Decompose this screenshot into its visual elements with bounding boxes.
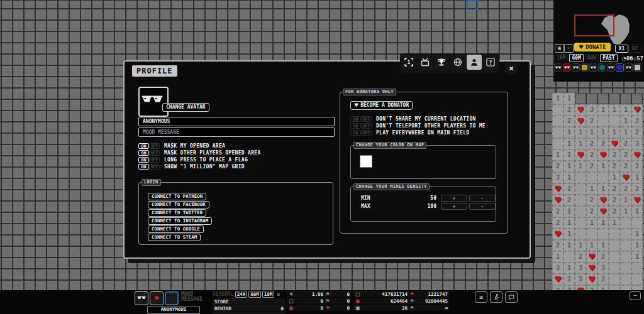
field-cell[interactable] (631, 285, 643, 290)
selected-cell-cursor[interactable] (467, 0, 478, 10)
field-cell[interactable] (631, 274, 643, 285)
field-cell[interactable]: ♥ (631, 195, 643, 206)
decrease-button[interactable]: - (469, 203, 496, 210)
field-cell[interactable] (586, 172, 597, 183)
time-tab-now[interactable]: NOW (585, 54, 599, 62)
field-cell[interactable]: ♥ (586, 274, 597, 285)
field-cell[interactable]: ♥ (552, 183, 564, 195)
field-cell[interactable]: ♥ (575, 116, 586, 127)
field-cell[interactable]: 1 (597, 127, 609, 138)
field-cell[interactable]: 2 (575, 251, 586, 263)
field-cell[interactable]: 2 (609, 149, 620, 161)
menu-button[interactable]: ≡ (475, 291, 487, 303)
field-cell[interactable]: 1 (564, 149, 575, 161)
time-tab-60m[interactable]: 60M (569, 54, 583, 62)
toggle-on-button[interactable]: ON (138, 157, 149, 163)
field-cell[interactable] (609, 229, 620, 240)
dialog-close-button[interactable]: × (506, 63, 517, 74)
field-cell[interactable]: 2 (609, 206, 620, 217)
player-avatar-silver[interactable] (633, 63, 641, 72)
stats-tab-10m[interactable]: 10M (262, 291, 275, 298)
field-cell[interactable] (609, 285, 620, 290)
field-cell[interactable]: 1 (575, 127, 586, 138)
field-cell[interactable]: 2 (609, 183, 620, 195)
field-cell[interactable]: 3 (552, 263, 564, 274)
player-avatar-ball[interactable] (598, 63, 606, 72)
field-cell[interactable]: 2 (586, 285, 597, 290)
field-cell[interactable]: 1 (597, 240, 609, 251)
globe-tab-button[interactable] (450, 55, 465, 70)
toggle-on-button[interactable]: ON (350, 116, 361, 122)
time-tab-past[interactable]: PAST (600, 54, 617, 62)
login-connect-button[interactable]: CONNECT TO PATREON (148, 193, 206, 200)
field-cell[interactable] (620, 274, 631, 285)
field-cell[interactable] (631, 93, 643, 104)
login-connect-button[interactable]: CONNECT TO INSTAGRAM (148, 217, 212, 225)
toggle-on-button[interactable]: ON (138, 150, 149, 156)
toggle-on-button[interactable]: ON (350, 130, 361, 136)
field-cell[interactable]: ♥ (552, 195, 564, 206)
field-cell[interactable]: 2 (586, 138, 597, 149)
field-cell[interactable]: 2 (564, 104, 575, 116)
field-cell[interactable]: 3 (631, 138, 643, 149)
field-cell[interactable]: 2 (620, 138, 631, 149)
field-cell[interactable]: 2 (586, 195, 597, 206)
field-cell[interactable]: 1 (597, 217, 609, 229)
field-cell[interactable]: ♥ (597, 149, 609, 161)
field-cell[interactable]: ♥ (575, 285, 586, 290)
player-name-label[interactable]: ANONYMOUS (147, 306, 200, 314)
field-cell[interactable]: 1 (597, 285, 609, 290)
trophy-tab-button[interactable] (434, 55, 449, 70)
field-cell[interactable]: 1 (564, 172, 575, 183)
field-cell[interactable]: 3 (586, 104, 597, 116)
flag-tool-tile[interactable]: ⚑ (150, 291, 164, 305)
locate-tab-button[interactable]: 1 (401, 55, 416, 70)
field-cell[interactable]: 1 (631, 240, 643, 251)
field-cell[interactable] (620, 229, 631, 240)
field-cell[interactable]: ♥ (597, 206, 609, 217)
field-cell[interactable] (609, 116, 620, 127)
player-avatar-shades-red[interactable] (563, 63, 571, 72)
field-cell[interactable]: 2 (631, 161, 643, 172)
field-cell[interactable]: 1 (575, 138, 586, 149)
field-cell[interactable]: 2 (564, 183, 575, 195)
field-cell[interactable]: 2 (564, 195, 575, 206)
toggle-off-button[interactable]: OFF (149, 150, 160, 156)
player-avatar-shades[interactable] (589, 63, 597, 72)
field-cell[interactable]: ♥ (609, 138, 620, 149)
field-cell[interactable]: ♥ (575, 104, 586, 116)
field-cell[interactable]: 1 (564, 138, 575, 149)
field-cell[interactable] (575, 217, 586, 229)
increase-button[interactable]: + (441, 195, 467, 202)
field-cell[interactable] (552, 127, 564, 138)
field-cell[interactable]: 2 (586, 116, 597, 127)
toggle-off-button[interactable]: OFF (361, 116, 372, 122)
field-cell[interactable]: 2 (586, 206, 597, 217)
player-avatar-gold[interactable] (580, 63, 589, 72)
player-avatar-shades[interactable] (607, 63, 615, 72)
profile-tab-button[interactable] (467, 55, 482, 70)
field-cell[interactable]: 3 (575, 274, 586, 285)
field-cell[interactable] (597, 116, 609, 127)
field-cell[interactable]: 1 (575, 161, 586, 172)
field-cell[interactable]: 3 (597, 263, 609, 274)
field-cell[interactable] (564, 251, 575, 263)
field-cell[interactable] (609, 93, 620, 104)
field-cell[interactable] (597, 172, 609, 183)
field-cell[interactable]: 2 (586, 161, 597, 172)
field-cell[interactable]: 2 (620, 183, 631, 195)
field-cell[interactable]: ♥ (575, 149, 586, 161)
field-cell[interactable]: 1 (586, 240, 597, 251)
toggle-off-button[interactable]: OFF (149, 157, 160, 163)
login-connect-button[interactable]: CONNECT TO FACEBOOK (148, 201, 209, 208)
stats-tab-24h[interactable]: 24H (235, 291, 248, 298)
minimap-viewport-rect[interactable] (574, 14, 614, 36)
field-cell[interactable]: 2 (609, 161, 620, 172)
toggle-off-button[interactable]: OFF (149, 164, 160, 170)
field-cell[interactable]: 1 (564, 263, 575, 274)
field-cell[interactable]: 1 (597, 161, 609, 172)
field-cell[interactable] (552, 138, 564, 149)
field-cell[interactable]: 1 (631, 251, 643, 263)
stats-tab-60m[interactable]: 60M (248, 291, 261, 298)
field-cell[interactable]: 2 (597, 274, 609, 285)
